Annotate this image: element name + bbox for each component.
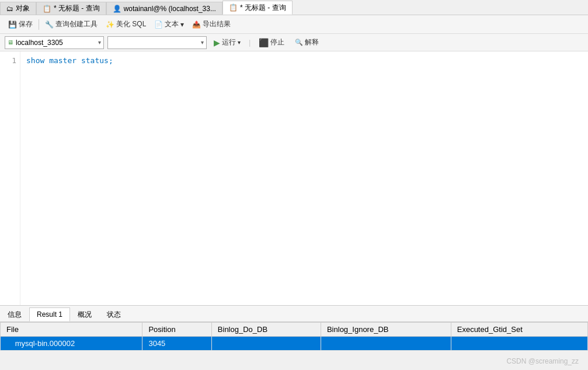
connection-label: localhost_3305	[16, 39, 63, 47]
tab-label: wotainanl@% (localhost_33...	[124, 5, 216, 13]
tab-result1-label: Result 1	[37, 310, 62, 319]
result-panel: 信息 Result 1 概况 状态 File Position Binlog_D…	[0, 306, 588, 351]
tab-bar: 🗂 对象 📋 * 无标题 - 查询 👤 wotainanl@% (localho…	[0, 0, 588, 15]
save-icon: 💾	[8, 20, 17, 29]
query-builder-icon: 🔧	[45, 20, 54, 29]
table-row[interactable]: mysql-bin.000002 3045	[1, 337, 588, 351]
connection-dropdown-arrow: ▾	[98, 39, 101, 46]
beautify-icon: ✨	[106, 20, 114, 29]
tab-untitled1[interactable]: 📋 * 无标题 - 查询	[36, 2, 106, 15]
col-header-position: Position	[142, 323, 211, 337]
editor-area: 1 show master status;	[0, 51, 588, 306]
result-tab-bar: 信息 Result 1 概况 状态	[0, 306, 588, 322]
result-table: File Position Binlog_Do_DB Binlog_Ignore…	[0, 322, 588, 351]
tab-label: * 无标题 - 查询	[54, 4, 100, 13]
data-table-wrapper: File Position Binlog_Do_DB Binlog_Ignore…	[0, 322, 588, 351]
cell-binlog-ignore-db	[321, 337, 451, 351]
tab-status[interactable]: 状态	[99, 307, 128, 321]
tab-status-label: 状态	[107, 310, 121, 320]
tab-info-label: 信息	[8, 310, 22, 320]
explain-button[interactable]: 🔍 解释	[291, 37, 322, 48]
stop-icon: ⬛	[259, 38, 269, 47]
run-dropdown-arrow: ▾	[238, 39, 241, 46]
object-tab-icon: 🗂	[6, 5, 13, 13]
query-builder-button[interactable]: 🔧 查询创建工具	[41, 18, 101, 30]
explain-label: 解释	[305, 37, 319, 47]
table-header-row: File Position Binlog_Do_DB Binlog_Ignore…	[1, 323, 588, 337]
tab-result1[interactable]: Result 1	[29, 307, 70, 321]
cell-position: 3045	[142, 337, 211, 351]
run-label: 运行	[222, 37, 236, 47]
cell-file: mysql-bin.000002	[1, 337, 142, 351]
line-numbers: 1	[0, 51, 20, 305]
text-icon: 📄	[154, 20, 163, 29]
run-button[interactable]: ▶ 运行 ▾	[210, 37, 244, 48]
tab-info[interactable]: 信息	[0, 307, 29, 321]
stop-button[interactable]: ⬛ 停止	[255, 37, 288, 48]
tab-label: 对象	[16, 4, 30, 13]
save-button[interactable]: 💾 保存	[5, 18, 36, 30]
col-header-binlog-ignore-db: Binlog_Ignore_DB	[321, 323, 451, 337]
col-header-executed-gtid-set: Executed_Gtid_Set	[451, 323, 587, 337]
code-editor[interactable]: show master status;	[20, 51, 588, 305]
col-header-file: File	[1, 323, 142, 337]
row-indicator-icon	[6, 340, 11, 346]
tab-untitled2[interactable]: 📋 * 无标题 - 查询	[222, 1, 293, 15]
table-icon2: 📋	[229, 4, 238, 12]
tab-overview-label: 概况	[78, 310, 92, 320]
export-icon: 📤	[192, 20, 201, 29]
line-number-1: 1	[4, 56, 16, 65]
tab-wotainanl[interactable]: 👤 wotainanl@% (localhost_33...	[106, 2, 222, 15]
tab-overview[interactable]: 概况	[70, 307, 99, 321]
db-dropdown-arrow: ▾	[201, 39, 204, 46]
table-icon: 📋	[43, 5, 51, 13]
run-icon: ▶	[214, 38, 220, 47]
run-separator: |	[249, 38, 250, 47]
text-button[interactable]: 📄 文本 ▾	[151, 18, 187, 30]
col-header-binlog-do-db: Binlog_Do_DB	[211, 323, 321, 337]
connection-indicator: 🖥	[8, 39, 13, 46]
code-keyword-show: show master status;	[26, 56, 113, 65]
user-icon: 👤	[113, 5, 121, 13]
database-selector[interactable]: ▾	[107, 36, 207, 49]
export-button[interactable]: 📤 导出结果	[189, 18, 234, 30]
connection-selector[interactable]: 🖥 localhost_3305 ▾	[5, 36, 104, 49]
explain-icon: 🔍	[295, 39, 303, 46]
text-arrow-icon: ▾	[180, 20, 184, 29]
watermark: CSDN @screaming_zz	[506, 357, 579, 365]
cell-executed-gtid-set	[451, 337, 587, 351]
tab-object[interactable]: 🗂 对象	[0, 2, 36, 15]
toolbar-separator	[39, 19, 39, 30]
tab-label: * 无标题 - 查询	[240, 3, 286, 13]
beautify-button[interactable]: ✨ 美化 SQL	[102, 18, 149, 30]
stop-label: 停止	[270, 37, 284, 47]
connection-bar: 🖥 localhost_3305 ▾ ▾ ▶ 运行 ▾ | ⬛ 停止 🔍 解释	[0, 34, 588, 51]
toolbar: 💾 保存 🔧 查询创建工具 ✨ 美化 SQL 📄 文本 ▾ 📤 导出结果	[0, 15, 588, 34]
cell-binlog-do-db	[211, 337, 321, 351]
